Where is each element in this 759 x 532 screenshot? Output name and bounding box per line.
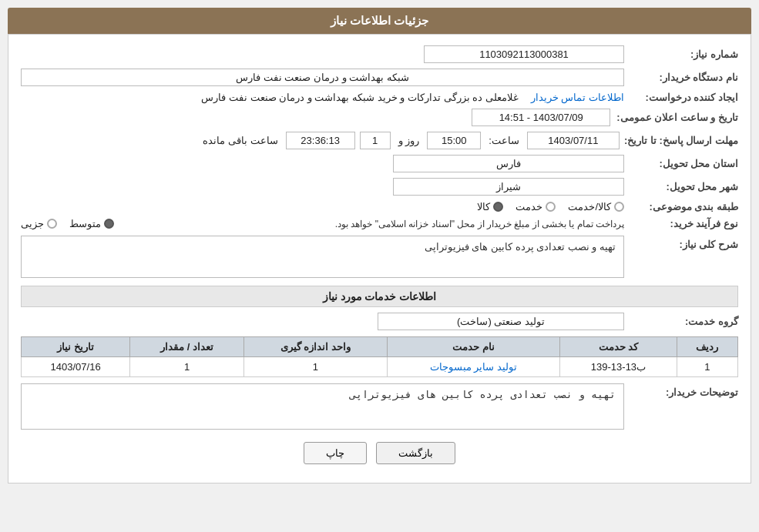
main-card: شماره نیاز: 1103092113000381 نام دستگاه … <box>8 34 751 483</box>
table-header: ردیف کد حدمت نام حدمت واحد اندازه گیری ت… <box>22 337 738 357</box>
page-wrapper: جزئیات اطلاعات نیاز شماره نیاز: 11030921… <box>0 0 759 532</box>
table-row: 1ب13-13-139تولید سایر مبسوجات111403/07/1… <box>22 357 738 377</box>
col-row-num: ردیف <box>677 337 737 357</box>
creator-contact-link[interactable]: اطلاعات تماس خریدار <box>531 92 624 103</box>
process-label-jozii: جزیی <box>21 218 44 229</box>
cell-service-code: ب13-13-139 <box>559 357 677 377</box>
process-radio-jozii <box>47 219 57 229</box>
category-option-khedmat[interactable]: خدمت <box>516 201 556 212</box>
services-table: ردیف کد حدمت نام حدمت واحد اندازه گیری ت… <box>21 336 738 377</box>
buyer-name-row: نام دستگاه خریدار: شبکه بهداشت و درمان ص… <box>21 69 738 86</box>
city-value: شیراز <box>393 178 624 196</box>
announce-date-row: تاریخ و ساعت اعلان عمومی: 1403/07/09 - 1… <box>21 109 738 126</box>
category-radio-group: کالا/خدمت خدمت کالا <box>477 201 624 212</box>
services-table-section: ردیف کد حدمت نام حدمت واحد اندازه گیری ت… <box>21 336 738 377</box>
creator-value: غلامعلی ده بزرگی تداركات و خرید شبکه بهد… <box>21 92 519 103</box>
service-group-row: گروه خدمت: تولید صنعتی (ساخت) <box>21 313 738 330</box>
process-row: نوع فرآیند خرید: پرداخت تمام یا بخشی از … <box>21 218 738 229</box>
buyer-name-value: شبکه بهداشت و درمان صنعت نفت فارس <box>21 69 624 86</box>
buyer-desc-row: توضیحات خریدار: <box>21 383 738 430</box>
cell-row-num: 1 <box>677 357 737 377</box>
category-radio-kala-khedmat <box>614 202 624 212</box>
need-desc-label: شرح کلی نیاز: <box>630 236 738 250</box>
cell-date: 1403/07/16 <box>22 357 130 377</box>
cell-qty: 1 <box>130 357 244 377</box>
process-radio-group: متوسط جزیی <box>21 218 114 229</box>
announce-date-value: 1403/07/09 - 14:51 <box>472 109 610 126</box>
announce-date-label: تاریخ و ساعت اعلان عمومی: <box>616 112 738 123</box>
process-label: نوع فرآیند خرید: <box>630 218 738 229</box>
category-label-kala-khedmat: کالا/خدمت <box>568 201 611 212</box>
response-time-value: 15:00 <box>427 132 481 149</box>
buyer-desc-label: توضیحات خریدار: <box>630 383 738 398</box>
province-row: استان محل تحویل: فارس <box>21 155 738 172</box>
category-label-kala: کالا <box>477 201 490 212</box>
city-row: شهر محل تحویل: شیراز <box>21 178 738 196</box>
creator-row: ایجاد کننده درخواست: اطلاعات تماس خریدار… <box>21 92 738 103</box>
category-row: طبقه بندی موضوعی: کالا/خدمت خدمت کالا <box>21 201 738 212</box>
process-note: پرداخت تمام یا بخشی از مبلغ خریدار از مح… <box>129 219 624 229</box>
col-qty: تعداد / مقدار <box>130 337 244 357</box>
process-option-motavasset[interactable]: متوسط <box>69 218 114 229</box>
remaining-label: ساعت باقی مانده <box>203 135 277 146</box>
response-date-label: مهلت ارسال پاسخ: تا تاریخ: <box>624 135 738 146</box>
need-number-label: شماره نیاز: <box>630 49 738 60</box>
category-label-khedmat: خدمت <box>516 201 542 212</box>
process-option-jozii[interactable]: جزیی <box>21 218 57 229</box>
category-radio-kala <box>493 202 503 212</box>
buyer-name-label: نام دستگاه خریدار: <box>630 72 738 83</box>
category-radio-khedmat <box>546 202 556 212</box>
print-button[interactable]: چاپ <box>304 442 367 464</box>
process-label-motavasset: متوسط <box>69 218 101 229</box>
category-option-kala[interactable]: کالا <box>477 201 503 212</box>
table-header-row: ردیف کد حدمت نام حدمت واحد اندازه گیری ت… <box>22 337 738 357</box>
response-days-value: 1 <box>360 132 391 149</box>
cell-service-name[interactable]: تولید سایر مبسوجات <box>388 357 560 377</box>
table-body: 1ب13-13-139تولید سایر مبسوجات111403/07/1… <box>22 357 738 377</box>
province-value: فارس <box>393 155 624 172</box>
col-unit: واحد اندازه گیری <box>243 337 387 357</box>
need-desc-value: تهیه و نصب تعدادی پرده کابین های فیزیوتر… <box>21 236 624 278</box>
process-radio-motavasset <box>104 219 114 229</box>
creator-label: ایجاد کننده درخواست: <box>630 92 738 103</box>
category-label: طبقه بندی موضوعی: <box>630 201 738 212</box>
col-date: تاریخ نیاز <box>22 337 130 357</box>
remaining-value: 23:36:13 <box>286 132 355 149</box>
province-label: استان محل تحویل: <box>630 158 738 169</box>
back-button[interactable]: بازگشت <box>376 442 455 464</box>
response-date-row: مهلت ارسال پاسخ: تا تاریخ: 1403/07/11 سا… <box>21 132 738 149</box>
service-group-label: گروه خدمت: <box>630 316 738 327</box>
buyer-desc-textarea[interactable] <box>21 383 624 430</box>
service-group-value: تولید صنعتی (ساخت) <box>378 313 624 330</box>
buttons-row: بازگشت چاپ <box>21 442 738 472</box>
services-section-title: اطلاعات خدمات مورد نیاز <box>21 286 738 307</box>
need-number-value: 1103092113000381 <box>424 45 624 63</box>
city-label: شهر محل تحویل: <box>630 181 738 192</box>
response-date-value: 1403/07/11 <box>527 132 620 149</box>
need-desc-row: شرح کلی نیاز: تهیه و نصب تعدادی پرده کاب… <box>21 236 738 278</box>
cell-unit: 1 <box>243 357 387 377</box>
response-time-label: ساعت: <box>489 135 519 146</box>
page-header: جزئیات اطلاعات نیاز <box>8 8 751 34</box>
response-days-label: روز و <box>398 135 420 146</box>
col-service-name: نام حدمت <box>388 337 560 357</box>
category-option-kala-khedmat[interactable]: کالا/خدمت <box>568 201 624 212</box>
need-number-row: شماره نیاز: 1103092113000381 <box>21 45 738 63</box>
header-title: جزئیات اطلاعات نیاز <box>331 14 428 27</box>
col-service-code: کد حدمت <box>559 337 677 357</box>
